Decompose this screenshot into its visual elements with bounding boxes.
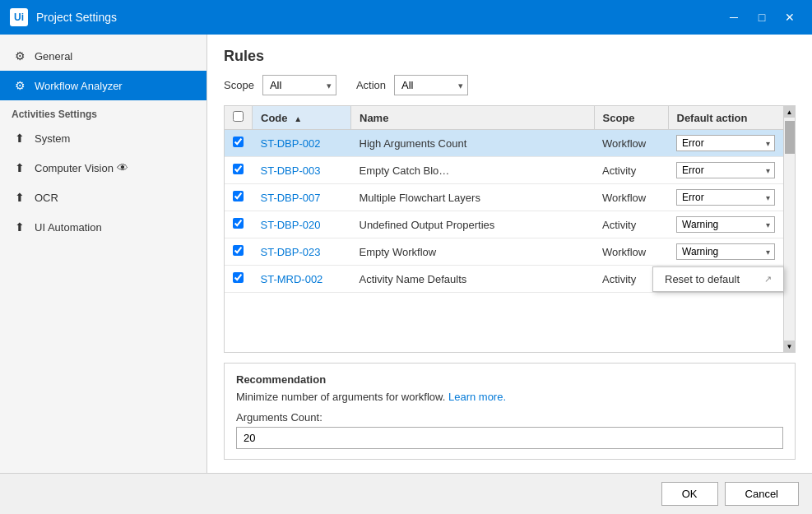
select-all-checkbox[interactable] (233, 111, 244, 122)
recommendation-title: Recommendation (236, 373, 783, 386)
close-button[interactable]: ✕ (777, 5, 802, 30)
computer-vision-icon: ⬆ (12, 160, 28, 176)
table-container[interactable]: Code ▲ Name Scope Default action ST-DBP-… (225, 106, 783, 352)
minimize-button[interactable]: ─ (722, 5, 746, 30)
col-scope-header[interactable]: Scope (594, 106, 668, 130)
rules-table: Code ▲ Name Scope Default action ST-DBP-… (225, 106, 783, 293)
filter-row: Scope All Activity Workflow Action All E… (224, 75, 796, 95)
row-code-cell: ST-DBP-003 (253, 157, 351, 184)
row-name-cell: Empty Workflow (351, 238, 595, 266)
row-action-select-4[interactable]: ErrorWarningInfo (676, 243, 775, 260)
row-code-cell: ST-MRD-002 (253, 266, 351, 293)
sidebar: ⚙ General ⚙ Workflow Analyzer Activities… (0, 35, 207, 473)
sidebar-item-ocr[interactable]: ⬆ OCR (0, 183, 206, 212)
row-action-wrapper-3: ErrorWarningInfo (676, 216, 775, 233)
row-name-cell: Activity Name Defaults (351, 266, 595, 293)
row-checkbox-1[interactable] (233, 164, 244, 174)
table-area: Code ▲ Name Scope Default action ST-DBP-… (224, 105, 796, 353)
action-select-wrapper: All Error Warning Info (394, 75, 468, 95)
sidebar-item-ui-automation[interactable]: ⬆ UI Automation (0, 212, 206, 242)
main-layout: ⚙ General ⚙ Workflow Analyzer Activities… (0, 35, 812, 473)
action-select[interactable]: All Error Warning Info (394, 75, 468, 95)
row-action-select-0[interactable]: ErrorWarningInfo (676, 135, 775, 151)
row-checkbox-4[interactable] (233, 245, 244, 256)
col-name-header[interactable]: Name (351, 106, 595, 130)
row-action-wrapper-4: ErrorWarningInfo (676, 243, 775, 260)
row-scope-cell: Workflow (594, 184, 668, 211)
sidebar-item-general[interactable]: ⚙ General (0, 41, 206, 71)
row-checkbox-cell (225, 184, 253, 211)
scope-select[interactable]: All Activity Workflow (262, 75, 336, 95)
table-row: ST-DBP-023Empty WorkflowWorkflowErrorWar… (225, 238, 783, 266)
scrollbar-track: ▲ ▼ (783, 106, 795, 352)
sidebar-item-workflow-label: Workflow Analyzer (35, 80, 123, 92)
recommendation-section: Recommendation Minimize number of argume… (224, 363, 796, 460)
ok-button[interactable]: OK (661, 482, 718, 506)
sidebar-item-cv-label: Computer Vision (35, 162, 114, 174)
row-action-select-1[interactable]: ErrorWarningInfo (676, 162, 775, 178)
row-checkbox-cell (225, 238, 253, 266)
sort-icon: ▲ (294, 114, 302, 123)
row-scope-cell: Workflow (594, 130, 668, 157)
titlebar: Ui Project Settings ─ □ ✕ (0, 0, 812, 35)
row-action-select-3[interactable]: ErrorWarningInfo (676, 216, 775, 233)
row-checkbox-cell (225, 266, 253, 293)
scrollbar-up-button[interactable]: ▲ (784, 106, 796, 118)
row-name-cell: High Arguments Count (351, 130, 595, 157)
row-name-cell: Multiple Flowchart Layers (351, 184, 595, 211)
row-code-cell: ST-DBP-020 (253, 211, 351, 238)
row-action-cell: ErrorWarningInfo (668, 238, 783, 266)
recommendation-text: Minimize number of arguments for workflo… (236, 391, 783, 403)
row-action-wrapper-1: ErrorWarningInfo (676, 162, 775, 178)
code-link-5[interactable]: ST-MRD-002 (261, 273, 323, 285)
row-action-select-2[interactable]: ErrorWarningInfo (676, 189, 775, 206)
row-checkbox-2[interactable] (233, 191, 244, 201)
context-menu-reset-label: Reset to default (665, 273, 740, 285)
sidebar-item-computer-vision[interactable]: ⬆ Computer Vision 👁 (0, 153, 206, 183)
col-code-label: Code (261, 112, 288, 124)
activities-settings-section: Activities Settings (0, 100, 206, 123)
page-title: Rules (224, 48, 796, 65)
code-link-0[interactable]: ST-DBP-002 (261, 137, 321, 150)
row-scope-cell: Activity (594, 211, 668, 238)
gear-icon: ⚙ (12, 48, 28, 64)
eye-icon: 👁 (117, 161, 128, 174)
row-name-cell: Undefined Output Properties (351, 211, 595, 238)
col-action-header[interactable]: Default action (668, 106, 783, 130)
sidebar-item-system[interactable]: ⬆ System (0, 123, 206, 153)
arguments-count-input[interactable] (236, 427, 783, 449)
learn-more-link[interactable]: Learn more. (448, 391, 506, 403)
cancel-button[interactable]: Cancel (725, 482, 799, 506)
code-link-4[interactable]: ST-DBP-023 (261, 246, 321, 258)
row-scope-cell: Activity (594, 157, 668, 184)
row-checkbox-5[interactable] (233, 272, 244, 283)
row-action-cell: ErrorWarningInfo (668, 211, 783, 238)
row-checkbox-cell (225, 211, 253, 238)
scrollbar-down-button[interactable]: ▼ (784, 340, 796, 352)
sidebar-item-workflow-analyzer[interactable]: ⚙ Workflow Analyzer (0, 71, 206, 100)
scope-label: Scope (224, 79, 254, 91)
row-action-cell: ErrorWarningInfo (668, 157, 783, 184)
col-code-header[interactable]: Code ▲ (253, 106, 351, 130)
code-link-2[interactable]: ST-DBP-007 (261, 192, 321, 204)
workflow-icon: ⚙ (12, 77, 28, 94)
content-area: Rules Scope All Activity Workflow Action… (207, 35, 812, 473)
context-menu-arrow: ↗ (764, 274, 772, 285)
table-row: ST-DBP-007Multiple Flowchart LayersWorkf… (225, 184, 783, 211)
code-link-1[interactable]: ST-DBP-003 (261, 164, 321, 177)
context-menu-reset[interactable]: Reset to default ↗ (653, 267, 783, 291)
row-checkbox-3[interactable] (233, 218, 244, 229)
scope-select-wrapper: All Activity Workflow (262, 75, 336, 95)
table-row: ST-DBP-003Empty Catch Blo…ActivityErrorW… (225, 157, 783, 184)
scrollbar-thumb[interactable] (785, 121, 795, 154)
row-action-wrapper-2: ErrorWarningInfo (676, 189, 775, 206)
code-link-3[interactable]: ST-DBP-020 (261, 219, 321, 231)
row-scope-cell: Workflow (594, 238, 668, 266)
col-checkbox (225, 106, 253, 130)
row-checkbox-cell (225, 130, 253, 157)
action-label: Action (356, 79, 386, 91)
window-controls: ─ □ ✕ (722, 5, 802, 30)
row-checkbox-0[interactable] (233, 137, 244, 147)
maximize-button[interactable]: □ (749, 5, 774, 30)
sidebar-item-system-label: System (35, 132, 70, 145)
